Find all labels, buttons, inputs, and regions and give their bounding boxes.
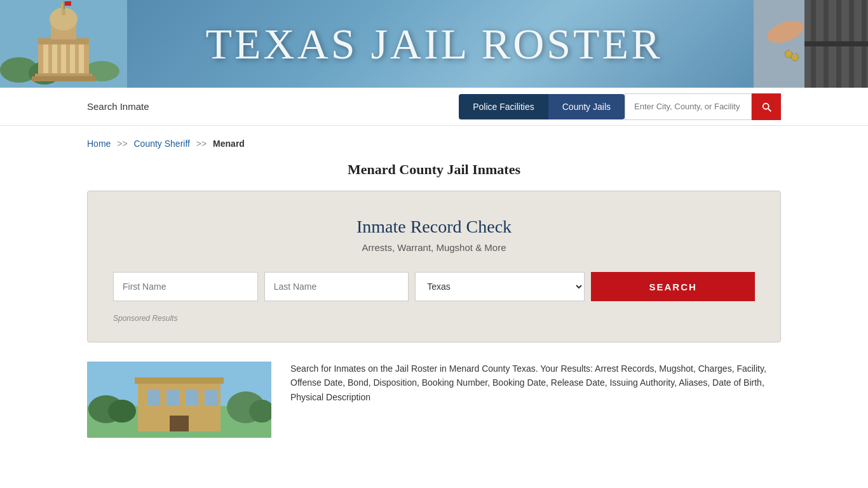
svg-rect-41: [147, 390, 160, 406]
svg-rect-45: [170, 416, 189, 431]
svg-rect-12: [79, 41, 84, 73]
svg-rect-8: [43, 41, 48, 73]
page-title: Menard County Jail Inmates: [0, 161, 868, 178]
facility-search-input[interactable]: [625, 93, 752, 120]
last-name-input[interactable]: [264, 272, 409, 301]
record-check-form: AlabamaAlaskaArizonaArkansasCaliforniaCo…: [113, 272, 755, 301]
facility-buttons: Police Facilities County Jails: [459, 93, 781, 120]
site-title: TEXAS JAIL ROSTER: [205, 19, 662, 69]
svg-rect-19: [65, 1, 71, 6]
record-check-subtitle: Arrests, Warrant, Mugshot & More: [113, 242, 755, 253]
nav-bar: Search Inmate Police Facilities County J…: [0, 88, 868, 126]
search-icon: [761, 101, 772, 112]
record-check-box: Inmate Record Check Arrests, Warrant, Mu…: [87, 191, 781, 342]
bottom-section: Search for Inmates on the Jail Roster in…: [0, 362, 868, 438]
record-check-title: Inmate Record Check: [113, 217, 755, 237]
svg-rect-11: [70, 41, 75, 73]
jail-image: [754, 0, 868, 88]
breadcrumb-sep2: >>: [196, 139, 207, 149]
first-name-input[interactable]: [113, 272, 258, 301]
facility-image: [87, 362, 271, 438]
search-inmate-label: Search Inmate: [87, 101, 459, 112]
sponsored-label: Sponsored Results: [113, 314, 755, 323]
bottom-description: Search for Inmates on the Jail Roster in…: [290, 362, 781, 438]
inmate-search-button[interactable]: SEARCH: [591, 272, 755, 301]
breadcrumb-home[interactable]: Home: [87, 139, 111, 149]
svg-point-37: [108, 400, 136, 423]
svg-rect-43: [186, 390, 198, 406]
state-select[interactable]: AlabamaAlaskaArizonaArkansasCaliforniaCo…: [415, 272, 585, 301]
svg-rect-9: [52, 41, 57, 73]
county-jails-button[interactable]: County Jails: [548, 94, 625, 119]
svg-rect-18: [64, 1, 65, 9]
svg-rect-10: [61, 41, 66, 73]
police-facilities-button[interactable]: Police Facilities: [459, 94, 548, 119]
svg-rect-42: [166, 390, 179, 406]
breadcrumb-current: Menard: [213, 139, 245, 149]
header-banner: TEXAS JAIL ROSTER: [0, 0, 868, 88]
facility-search-button[interactable]: [752, 93, 781, 120]
svg-rect-28: [804, 41, 868, 46]
breadcrumb-sep1: >>: [117, 139, 127, 149]
breadcrumb-county-sheriff[interactable]: County Sheriff: [134, 139, 190, 149]
breadcrumb: Home >> County Sheriff >> Menard: [0, 126, 868, 155]
capitol-image: [0, 0, 127, 88]
svg-rect-46: [135, 377, 224, 384]
svg-rect-44: [205, 390, 217, 406]
svg-rect-7: [32, 76, 95, 81]
